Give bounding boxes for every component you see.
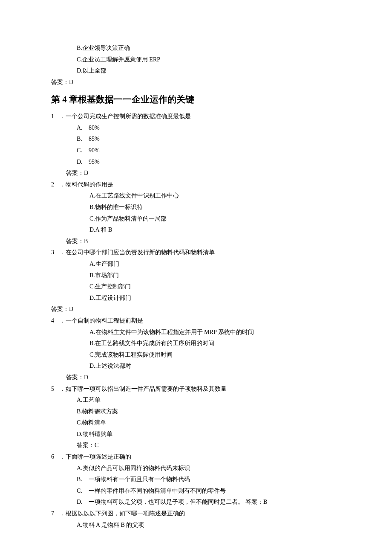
q2-option-c: C.作为产品物料清单的一局部 [51,213,341,225]
question-1: 1 ．一个公司完成生产控制所需的数据准确度最低是 [51,111,341,122]
q6-answer: 答案：B [245,497,267,508]
q1-number: 1 [51,111,60,122]
q1-answer: 答案：D [51,168,341,179]
q3-option-b: B.市场部门 [51,270,341,282]
q4-option-b: B.在工艺路线文件中完成所有的工序所用的时间 [51,338,341,349]
q3-text: ．在公司中哪个部门应当负责发行新的物料代码和物料清单 [60,247,215,259]
q6-option-c: C.一样的零件用在不同的物料清单中则有不同的零件号 [51,485,341,497]
q4-answer: 答案：D [51,372,341,384]
pre-answer: 答案：D [51,77,341,88]
q5-option-a: A.工艺单 [51,395,341,406]
pre-option-d: D.以上全部 [51,65,341,77]
q4-number: 4 [51,315,60,327]
q2-option-d: D.A 和 B [51,224,341,236]
q1-option-c: C.90% [51,145,341,157]
q3-option-a: A.生产部门 [51,259,341,270]
q5-option-b: B.物料需求方案 [51,406,341,418]
q1-text: ．一个公司完成生产控制所需的数据准确度最低是 [60,111,191,122]
pre-option-b: B.企业领导决策正确 [51,43,341,54]
q2-option-a: A.在工艺路线文件中识别工作中心 [51,190,341,202]
q7-text: ．根据以以以下列图，如下哪一项陈述是正确的 [60,508,185,520]
q1-option-a: A.80% [51,122,341,134]
q1-option-d: D.95% [51,157,341,168]
q4-option-c: C.完成该物料工程实际使用时间 [51,349,341,361]
q7-number: 7 [51,508,60,520]
q2-answer: 答案：B [51,236,341,247]
q6-option-a: A.类似的产品可以用同样的物料代码来标识 [51,463,341,474]
q3-answer: 答案：D [51,304,341,315]
q3-number: 3 [51,247,60,259]
q2-text: ．物料代码的作用是 [60,179,113,191]
q5-option-d: D.物料请购单 [51,429,341,440]
q2-number: 2 [51,179,60,191]
chapter-title: 第 4 章根基数据一一企业运作的关键 [51,91,341,108]
q5-option-c: C.物料清单 [51,417,341,429]
q4-option-a: A.在物料主文件中为该物料工程指定并用于 MRP 系统中的时间 [51,327,341,338]
q2-option-b: B.物料的惟一标识符 [51,202,341,213]
q6-text: ．下面哪一项陈述是正确的 [60,451,131,463]
q6-option-d: D.一项物料可以是父项，也可以是子项，但不能同时是二者。答案：B [51,497,341,508]
q3-option-d: D.工程设计部门 [51,293,341,304]
question-3: 3 ．在公司中哪个部门应当负责发行新的物料代码和物料清单 [51,247,341,259]
q1-option-b: B.85% [51,134,341,145]
q5-number: 5 [51,384,60,395]
q4-option-d: D.上述说法都对 [51,360,341,372]
question-2: 2 ．物料代码的作用是 [51,179,341,191]
question-5: 5 ．如下哪一项可以指出制造一件产品所需要的子项物料及其数量 [51,384,341,395]
q6-number: 6 [51,451,60,463]
question-7: 7 ．根据以以以下列图，如下哪一项陈述是正确的 [51,508,341,520]
q5-answer: 答案：C [51,440,341,451]
pre-option-c: C.企业员工理解并愿意使用 ERP [51,54,341,66]
q7-option-a: A.物料 A 是物料 B 的父项 [51,520,341,531]
q5-text: ．如下哪一项可以指出制造一件产品所需要的子项物料及其数量 [60,384,227,395]
q6-option-b: B.一项物料有一个而且只有一个物料代码 [51,474,341,485]
q3-option-c: C.生产控制部门 [51,281,341,293]
question-6: 6 ．下面哪一项陈述是正确的 [51,451,341,463]
q4-text: ．一个自制的物料工程提前期是 [60,315,143,327]
question-4: 4 ．一个自制的物料工程提前期是 [51,315,341,327]
